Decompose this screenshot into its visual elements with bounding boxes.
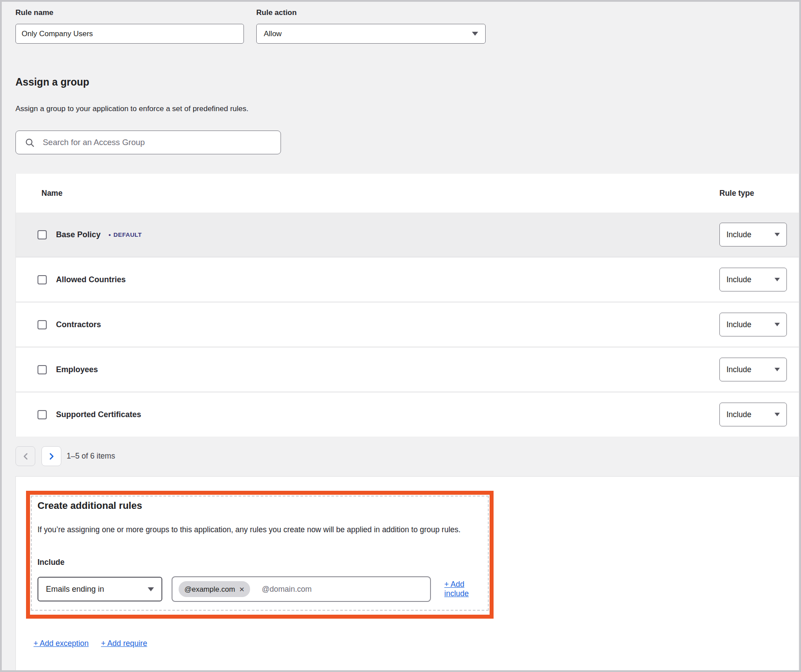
badge-label: DEFAULT — [113, 231, 142, 238]
group-name: Supported Certificates — [56, 410, 141, 419]
remove-chip-icon[interactable]: ✕ — [239, 586, 245, 593]
next-page-button[interactable] — [41, 446, 61, 466]
rule-form: Rule name Rule action Allow — [15, 7, 799, 44]
column-header-name: Name — [16, 189, 719, 198]
assign-group-heading: Assign a group — [15, 76, 799, 88]
additional-rules-heading: Create additional rules — [37, 500, 490, 511]
chevron-down-icon — [775, 368, 780, 371]
chevron-down-icon — [472, 32, 478, 36]
chevron-down-icon — [775, 413, 780, 416]
group-name: Contractors — [56, 320, 101, 329]
add-exception-link[interactable]: + Add exception — [34, 639, 89, 648]
group-name: Allowed Countries — [56, 275, 126, 284]
rule-action-select[interactable]: Allow — [256, 24, 486, 44]
add-require-link[interactable]: + Add require — [101, 639, 147, 648]
rule-type-select[interactable]: Include — [719, 358, 787, 381]
chevron-down-icon — [148, 587, 154, 591]
rule-action-label: Rule action — [256, 8, 486, 17]
include-rule-row: Emails ending in @example.com ✕ @domain.… — [37, 576, 490, 602]
additional-rules-card: Create additional rules If you’re assign… — [15, 476, 799, 671]
rule-type-select[interactable]: Include — [719, 223, 787, 246]
policy-rule-page: Rule name Rule action Allow Assign a gro… — [0, 0, 801, 672]
rule-name-input[interactable] — [15, 24, 244, 44]
chevron-down-icon — [775, 323, 780, 326]
rule-name-label: Rule name — [15, 8, 244, 17]
pagination: 1–5 of 6 items — [15, 446, 799, 466]
pagination-label: 1–5 of 6 items — [67, 452, 115, 461]
column-header-rule-type: Rule type — [719, 189, 799, 198]
email-chip-value: @example.com — [184, 585, 235, 594]
table-row: Contractors Include — [16, 302, 799, 347]
row-checkbox[interactable] — [37, 365, 47, 374]
condition-select[interactable]: Emails ending in — [37, 577, 162, 601]
row-checkbox[interactable] — [37, 275, 47, 284]
chevron-right-icon — [49, 452, 54, 460]
search-input[interactable] — [43, 138, 272, 147]
condition-value: Emails ending in — [46, 585, 104, 594]
additional-rules-description: If you’re assigning one or more groups t… — [37, 525, 490, 534]
rule-type-select[interactable]: Include — [719, 268, 787, 291]
table-row: Allowed Countries Include — [16, 257, 799, 302]
group-name: Base Policy — [56, 230, 101, 239]
table-row: Supported Certificates Include — [16, 392, 799, 437]
table-row: Base Policy • DEFAULT Include — [16, 213, 799, 257]
row-checkbox[interactable] — [37, 320, 47, 329]
chevron-down-icon — [775, 233, 780, 236]
assign-group-description: Assign a group to your application to en… — [15, 105, 799, 113]
rule-footer-links: + Add exception + Add require — [34, 639, 799, 648]
group-name: Employees — [56, 365, 98, 374]
rule-type-select[interactable]: Include — [719, 313, 787, 336]
table-header: Name Rule type — [16, 174, 799, 213]
previous-page-button[interactable] — [15, 446, 35, 466]
row-checkbox[interactable] — [37, 410, 47, 419]
badge-bullet: • — [109, 231, 111, 238]
include-label: Include — [37, 558, 490, 567]
rule-type-select[interactable]: Include — [719, 403, 787, 426]
access-groups-table: Name Rule type Base Policy • DEFAULT Inc… — [15, 174, 799, 437]
default-badge: • DEFAULT — [109, 231, 142, 238]
chevron-down-icon — [775, 278, 780, 281]
email-chip: @example.com ✕ — [179, 581, 250, 597]
chevron-left-icon — [23, 452, 28, 460]
search-icon — [25, 138, 34, 147]
add-include-link[interactable]: + Add include — [444, 580, 490, 598]
email-domains-input[interactable]: @example.com ✕ @domain.com — [172, 576, 431, 602]
access-group-search[interactable] — [15, 131, 281, 154]
email-input-placeholder: @domain.com — [262, 585, 311, 594]
row-checkbox[interactable] — [37, 230, 47, 239]
rule-action-value: Allow — [264, 30, 282, 38]
table-row: Employees Include — [16, 347, 799, 392]
highlight-annotation-box: Create additional rules If you’re assign… — [26, 491, 494, 619]
